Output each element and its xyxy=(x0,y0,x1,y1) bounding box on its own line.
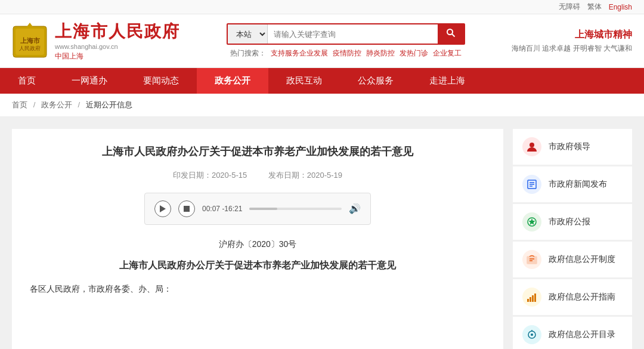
issued-date: 印发日期：2020-5-15 xyxy=(173,171,247,180)
svg-rect-21 xyxy=(532,295,534,302)
spirit-title: 上海城市精神 xyxy=(575,29,632,41)
stop-button[interactable] xyxy=(178,200,195,217)
hot-search-label: 热门搜索： xyxy=(230,48,266,58)
search-scope-select[interactable]: 本站 xyxy=(228,24,268,44)
svg-point-24 xyxy=(531,333,533,336)
svg-rect-16 xyxy=(527,257,537,264)
breadcrumb-sep-1: / xyxy=(33,100,36,109)
sidebar-item-disclosure-catalog[interactable]: 政府信息公开目录 xyxy=(513,317,632,349)
doc-title: 上海市人民政府办公厅关于促进本市养老产业加快发展的若干意见 xyxy=(30,260,485,272)
sidebar-item-disclosure-system[interactable]: 政府信息公开制度 xyxy=(513,242,632,278)
logo-url: www.shanghai.gov.cn xyxy=(55,43,180,50)
svg-rect-8 xyxy=(184,206,190,212)
hot-search-item-3[interactable]: 肺炎防控 xyxy=(366,48,395,58)
progress-bar[interactable] xyxy=(249,208,342,210)
svg-text:人民政府: 人民政府 xyxy=(19,45,41,51)
volume-icon[interactable]: 🔊 xyxy=(349,203,361,214)
search-box: 本站 xyxy=(227,23,465,45)
hot-search: 热门搜索： 支持服务企业发展 疫情防控 肺炎防控 发热门诊 企业复工 xyxy=(230,48,462,58)
disclosure-catalog-icon xyxy=(522,325,541,344)
svg-rect-22 xyxy=(534,294,536,302)
english-link[interactable]: English xyxy=(609,3,632,11)
hot-search-item-4[interactable]: 发热门诊 xyxy=(400,48,428,58)
nav-item-news[interactable]: 要闻动态 xyxy=(125,68,197,94)
header-right: 上海城市精神 海纳百川 追求卓越 开明睿智 大气谦和 xyxy=(512,29,632,54)
logo-emblem: 上海市 人民政府 xyxy=(12,21,48,60)
breadcrumb-govaffairs[interactable]: 政务公开 xyxy=(41,100,72,109)
article-meta: 印发日期：2020-5-15 发布日期：2020-5-19 xyxy=(30,170,485,181)
sidebar-item-news[interactable]: 市政府新闻发布 xyxy=(513,166,632,203)
hot-search-item-5[interactable]: 企业复工 xyxy=(433,48,462,58)
search-area: 本站 热门搜索： 支持服务企业发展 疫情防控 肺炎防控 发热门诊 企业复工 xyxy=(227,23,465,58)
doc-body: 各区人民政府，市政府各委、办、局： xyxy=(30,282,485,297)
play-button[interactable] xyxy=(154,200,171,217)
article: 上海市人民政府办公厅关于促进本市养老产业加快发展的若干意见 印发日期：2020-… xyxy=(12,129,503,349)
sidebar-leader-label: 市政府领导 xyxy=(549,141,590,152)
publish-date: 发布日期：2020-5-19 xyxy=(268,171,342,180)
nav-item-shanghai[interactable]: 走进上海 xyxy=(411,68,483,94)
nav-item-public[interactable]: 公众服务 xyxy=(340,68,411,94)
sidebar-item-disclosure-guide[interactable]: 政府信息公开指南 xyxy=(513,279,632,316)
sidebar-disclosure-catalog-label: 政府信息公开目录 xyxy=(549,329,615,340)
header: 上海市 人民政府 上海市人民政府 www.shanghai.gov.cn 中国上… xyxy=(0,14,644,68)
logo-title[interactable]: 上海市人民政府 xyxy=(55,20,180,43)
gazette-icon xyxy=(522,212,541,231)
sidebar-item-leader[interactable]: 市政府领导 xyxy=(513,129,632,165)
nav-item-interaction[interactable]: 政民互动 xyxy=(268,68,340,94)
svg-text:上海市: 上海市 xyxy=(20,37,41,44)
leader-icon xyxy=(522,137,541,156)
spirit-subtitle: 海纳百川 追求卓越 开明睿智 大气谦和 xyxy=(512,44,632,54)
svg-rect-20 xyxy=(530,297,531,302)
sidebar-news-label: 市政府新闻发布 xyxy=(549,179,607,190)
sidebar-disclosure-system-label: 政府信息公开制度 xyxy=(549,254,615,265)
sidebar-item-gazette[interactable]: 市政府公报 xyxy=(513,204,632,240)
svg-marker-7 xyxy=(160,205,166,212)
audio-player: 00:07 -16:21 🔊 xyxy=(144,193,371,225)
svg-line-6 xyxy=(452,34,455,37)
disclosure-system-icon xyxy=(522,250,541,269)
svg-point-9 xyxy=(530,143,534,147)
audio-time: 00:07 -16:21 xyxy=(202,205,242,213)
doc-number: 沪府办〔2020〕30号 xyxy=(30,239,485,250)
news-icon xyxy=(522,175,541,194)
main-content: 上海市人民政府办公厅关于促进本市养老产业加快发展的若干意见 印发日期：2020-… xyxy=(0,117,644,349)
traditional-link[interactable]: 繁体 xyxy=(587,2,602,12)
sidebar-disclosure-guide-label: 政府信息公开指南 xyxy=(549,292,615,302)
search-button[interactable] xyxy=(438,24,464,44)
breadcrumb-home[interactable]: 首页 xyxy=(12,100,27,109)
svg-point-5 xyxy=(447,29,453,35)
china-shanghai: 中国上海 xyxy=(55,51,180,61)
no-barrier-link[interactable]: 无障碍 xyxy=(559,2,580,12)
breadcrumb-sep-2: / xyxy=(78,100,80,109)
access-bar: 无障碍 繁体 English xyxy=(0,0,644,14)
nav-item-eservice[interactable]: 一网通办 xyxy=(54,68,125,94)
logo-area: 上海市 人民政府 上海市人民政府 www.shanghai.gov.cn 中国上… xyxy=(12,20,180,61)
hot-search-item-2[interactable]: 疫情防控 xyxy=(333,48,361,58)
svg-marker-15 xyxy=(529,218,535,225)
logo-text: 上海市人民政府 www.shanghai.gov.cn 中国上海 xyxy=(55,20,180,61)
breadcrumb: 首页 / 政务公开 / 近期公开信息 xyxy=(0,94,644,117)
svg-rect-19 xyxy=(527,299,529,302)
breadcrumb-current: 近期公开信息 xyxy=(86,100,132,109)
nav-item-home[interactable]: 首页 xyxy=(0,68,54,94)
main-nav: 首页 一网通办 要闻动态 政务公开 政民互动 公众服务 走进上海 xyxy=(0,68,644,94)
nav-item-govaffairs[interactable]: 政务公开 xyxy=(197,68,268,94)
progress-fill xyxy=(249,208,277,210)
article-title: 上海市人民政府办公厅关于促进本市养老产业加快发展的若干意见 xyxy=(30,143,485,160)
disclosure-guide-icon xyxy=(522,288,541,307)
svg-marker-4 xyxy=(26,23,33,27)
hot-search-item-1[interactable]: 支持服务企业发展 xyxy=(271,48,328,58)
search-input[interactable] xyxy=(268,24,438,44)
sidebar: 市政府领导 市政府新闻发布 市政府公报 xyxy=(513,129,632,349)
sidebar-gazette-label: 市政府公报 xyxy=(549,217,590,227)
